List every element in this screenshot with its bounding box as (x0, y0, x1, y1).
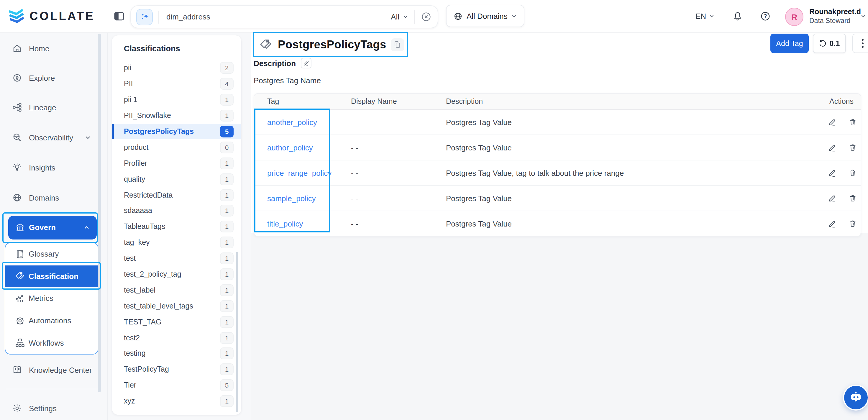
global-search-bar[interactable]: dim_address All (130, 5, 438, 28)
classification-name: TestPolicyTag (124, 365, 220, 374)
tag-description: Postgres Tag Value (446, 219, 804, 228)
sidebar-item-domains[interactable]: Domains (0, 187, 107, 208)
sidebar-scrollbar[interactable] (98, 34, 100, 392)
copy-icon[interactable] (391, 38, 404, 51)
sidebar-item-automations[interactable]: Automations (5, 310, 98, 332)
classification-list-item[interactable]: pii 1 1 (112, 92, 241, 108)
classification-name: PII (124, 80, 220, 88)
sidebar-item-label: Domains (29, 193, 59, 202)
classification-name: TableauTags (124, 223, 220, 231)
language-selector[interactable]: EN (695, 0, 714, 32)
search-input[interactable]: dim_address (166, 12, 391, 21)
classification-list-item[interactable]: quality 1 (112, 171, 241, 187)
user-menu[interactable]: Rounakpreet.d Data Steward (809, 8, 861, 25)
sidebar-item-label: Glossary (29, 250, 59, 259)
delete-tag-icon[interactable] (849, 194, 857, 202)
sidebar-item-workflows[interactable]: Workflows (5, 332, 98, 354)
edit-tag-icon[interactable] (828, 220, 836, 228)
classification-count-badge: 1 (220, 364, 234, 376)
classification-list-item[interactable]: test 1 (112, 250, 241, 266)
sidebar-item-observability[interactable]: Observability (0, 127, 107, 148)
notifications-bell-icon[interactable] (733, 0, 743, 32)
classification-name: Tier (124, 381, 220, 390)
classification-name: Profiler (124, 159, 220, 168)
sidebar-item-insights[interactable]: Insights (0, 157, 107, 178)
avatar[interactable]: R (785, 8, 803, 26)
search-clear-icon[interactable] (421, 12, 431, 22)
edit-tag-icon[interactable] (828, 194, 836, 202)
table-row: author_policy - - Postgres Tag Value (254, 135, 861, 160)
classification-list-item[interactable]: xyz 1 (112, 393, 241, 409)
classification-list-item[interactable]: Tier 5 (112, 378, 241, 393)
sidebar-item-govern[interactable]: Govern (8, 216, 97, 239)
user-role: Data Steward (809, 18, 861, 25)
classification-list-item[interactable]: sdaaaaa 1 (112, 203, 241, 219)
tag-name-link[interactable]: price_range_policy (254, 169, 351, 177)
brand[interactable]: COLLATE (8, 6, 95, 25)
classification-list-item[interactable]: test_table_level_tags 1 (112, 298, 241, 314)
sidebar-item-label: Lineage (29, 103, 56, 112)
classification-list-item[interactable]: Profiler 1 (112, 155, 241, 171)
sidebar-item-knowledge-center[interactable]: Knowledge Center (0, 360, 107, 380)
classification-list-item[interactable]: testing 1 (112, 346, 241, 362)
classification-list-item[interactable]: test_label 1 (112, 282, 241, 298)
tag-name-link[interactable]: title_policy (254, 219, 351, 228)
sidebar-item-settings[interactable]: Settings (0, 398, 107, 418)
tag-name-link[interactable]: sample_policy (254, 194, 351, 203)
divider (158, 10, 159, 23)
classification-list-item[interactable]: TestPolicyTag 1 (112, 362, 241, 378)
version-button[interactable]: 0.1 (813, 34, 846, 53)
automation-gear-icon (15, 316, 25, 325)
classification-list-item[interactable]: test2 1 (112, 330, 241, 346)
chevron-down-icon (512, 14, 517, 18)
classification-list-item[interactable]: TableauTags 1 (112, 219, 241, 235)
gear-icon (12, 403, 22, 413)
more-options-kebab-icon[interactable] (852, 34, 868, 53)
page-title: PostgresPolicyTags (278, 38, 386, 51)
lineage-icon (12, 102, 22, 112)
support-bot-button[interactable] (844, 386, 868, 409)
help-icon[interactable]: ? (761, 0, 770, 32)
classification-list-item[interactable]: PII_Snowflake 1 (112, 108, 241, 124)
edit-tag-icon[interactable] (828, 118, 836, 126)
classification-list-item[interactable]: test_2_policy_tag 1 (112, 266, 241, 282)
user-menu-chevron-icon[interactable] (861, 14, 866, 18)
delete-tag-icon[interactable] (849, 169, 857, 177)
add-tag-button[interactable]: Add Tag (770, 34, 809, 53)
classification-list-item[interactable]: PII 4 (112, 76, 241, 92)
sidebar-item-lineage[interactable]: Lineage (0, 97, 107, 117)
insights-icon (12, 163, 22, 172)
sidebar-item-glossary[interactable]: Glossary (5, 243, 98, 265)
delete-tag-icon[interactable] (849, 143, 857, 152)
all-domains-dropdown[interactable]: All Domains (446, 5, 525, 27)
tag-name-link[interactable]: another_policy (254, 118, 351, 126)
tag-description: Postgres Tag Value (446, 118, 804, 126)
edit-tag-icon[interactable] (828, 169, 836, 177)
classification-name: test (124, 254, 220, 263)
sidebar-toggle-icon[interactable] (114, 11, 124, 21)
edit-description-icon[interactable] (301, 58, 311, 68)
edit-tag-icon[interactable] (828, 144, 836, 151)
sidebar-item-classification[interactable]: Classification (5, 265, 98, 287)
classification-list-item[interactable]: tag_key 1 (112, 235, 241, 251)
globe-icon (12, 193, 22, 202)
classifications-scrollbar[interactable] (236, 252, 238, 412)
classification-list-item[interactable]: TEST_TAG 1 (112, 314, 241, 330)
tag-name-link[interactable]: author_policy (254, 143, 351, 152)
classification-name: quality (124, 175, 220, 183)
classification-list-item[interactable]: PostgresPolicyTags 5 (112, 124, 241, 140)
delete-tag-icon[interactable] (849, 219, 857, 228)
classification-count-badge: 1 (220, 189, 234, 201)
classification-list-item[interactable]: pii 2 (112, 60, 241, 76)
version-history-icon (819, 39, 827, 47)
classification-list-item[interactable]: RestrictedData 1 (112, 187, 241, 203)
delete-tag-icon[interactable] (849, 118, 857, 126)
open-book-icon (12, 365, 22, 374)
sidebar-item-metrics[interactable]: Metrics (5, 287, 98, 309)
column-header-display-name: Display Name (351, 97, 446, 106)
sidebar-item-home[interactable]: Home (0, 38, 107, 58)
sidebar-item-explore[interactable]: Explore (0, 68, 107, 88)
classification-list-item[interactable]: product 0 (112, 140, 241, 155)
sidebar-item-label: Settings (29, 404, 57, 413)
search-scope-dropdown[interactable]: All (391, 12, 408, 21)
